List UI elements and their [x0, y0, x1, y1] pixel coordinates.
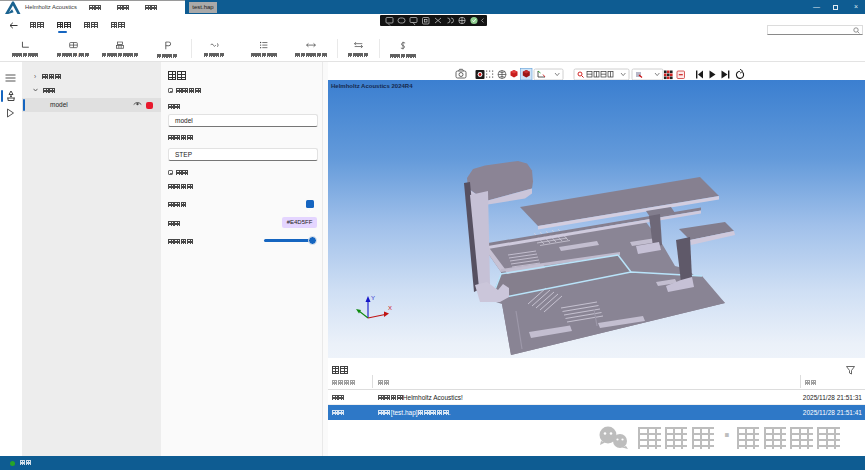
svg-text:X: X — [388, 305, 392, 311]
svg-text:Y: Y — [371, 295, 375, 301]
